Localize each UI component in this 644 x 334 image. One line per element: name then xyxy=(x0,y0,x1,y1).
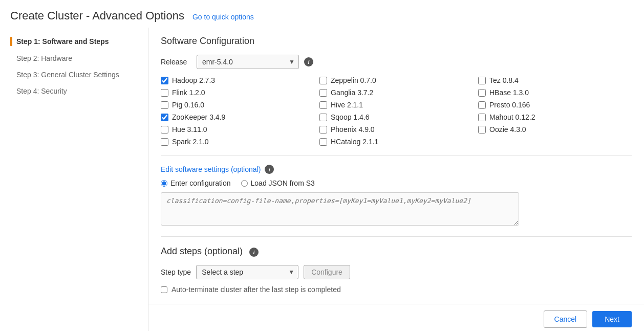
sidebar: Step 1: Software and Steps Step 2: Hardw… xyxy=(0,28,148,331)
sidebar-item-step4[interactable]: Step 4: Security xyxy=(10,83,148,99)
app-hive: Hive 2.1.1 xyxy=(319,101,473,109)
app-sqoop-label[interactable]: Sqoop 1.4.6 xyxy=(331,113,370,121)
app-mahout-checkbox[interactable] xyxy=(478,114,486,121)
quick-options-link[interactable]: Go to quick options xyxy=(192,13,254,21)
step-type-row: Step type Select a step ▼ Configure xyxy=(161,265,632,279)
add-steps-title: Add steps (optional) i xyxy=(161,246,632,257)
app-hbase-checkbox[interactable] xyxy=(478,89,486,97)
app-ganglia-label[interactable]: Ganglia 3.7.2 xyxy=(331,88,373,97)
auto-terminate-row: Auto-terminate cluster after the last st… xyxy=(161,285,632,294)
app-zeppelin: Zeppelin 0.7.0 xyxy=(319,76,473,84)
app-presto: Presto 0.166 xyxy=(478,101,632,109)
app-presto-checkbox[interactable] xyxy=(478,101,486,109)
app-pig-label[interactable]: Pig 0.16.0 xyxy=(172,101,204,109)
app-oozie: Oozie 4.3.0 xyxy=(478,125,632,133)
app-hbase: HBase 1.3.0 xyxy=(478,88,632,97)
config-textarea[interactable] xyxy=(161,192,519,226)
app-zookeeper: ZooKeeper 3.4.9 xyxy=(161,113,314,121)
app-hue-label[interactable]: Hue 3.11.0 xyxy=(172,125,207,133)
app-ganglia: Ganglia 3.7.2 xyxy=(319,88,473,97)
app-hue-checkbox[interactable] xyxy=(161,126,168,133)
app-flink-checkbox[interactable] xyxy=(161,89,168,97)
footer: Cancel Next xyxy=(148,304,644,334)
app-pig-checkbox[interactable] xyxy=(161,101,168,109)
app-hue: Hue 3.11.0 xyxy=(161,125,314,133)
app-empty xyxy=(478,138,632,146)
divider-2 xyxy=(161,236,632,237)
app-hbase-label[interactable]: HBase 1.3.0 xyxy=(489,88,529,97)
configure-button[interactable]: Configure xyxy=(304,265,350,279)
step-type-select-wrapper: Select a step ▼ xyxy=(196,265,298,279)
app-hive-checkbox[interactable] xyxy=(319,101,327,109)
app-ganglia-checkbox[interactable] xyxy=(319,89,327,97)
release-select-wrapper: emr-5.4.0 emr-5.3.0 emr-5.2.0 ▼ xyxy=(197,55,299,69)
app-oozie-checkbox[interactable] xyxy=(478,126,486,133)
release-label: Release xyxy=(161,58,191,66)
next-button[interactable]: Next xyxy=(592,311,632,327)
app-flink: Flink 1.2.0 xyxy=(161,88,314,97)
auto-terminate-checkbox[interactable] xyxy=(161,286,167,293)
radio-enter-config[interactable]: Enter configuration xyxy=(161,179,231,187)
sidebar-item-step3[interactable]: Step 3: General Cluster Settings xyxy=(10,66,148,83)
page-header: Create Cluster - Advanced Options Go to … xyxy=(0,0,644,28)
sidebar-item-step2[interactable]: Step 2: Hardware xyxy=(10,50,148,66)
app-tez: Tez 0.8.4 xyxy=(478,76,632,84)
sidebar-item-step1[interactable]: Step 1: Software and Steps xyxy=(10,33,148,50)
app-hcatalog-checkbox[interactable] xyxy=(319,138,327,146)
step-type-select[interactable]: Select a step xyxy=(196,265,298,279)
app-mahout: Mahout 0.12.2 xyxy=(478,113,632,121)
app-pig: Pig 0.16.0 xyxy=(161,101,314,109)
app-presto-label[interactable]: Presto 0.166 xyxy=(489,101,530,109)
page-title: Create Cluster - Advanced Options xyxy=(10,9,184,23)
add-steps-info-icon[interactable]: i xyxy=(249,248,259,257)
app-oozie-label[interactable]: Oozie 4.3.0 xyxy=(489,125,526,133)
app-phoenix-checkbox[interactable] xyxy=(319,126,327,133)
config-radio-row: Enter configuration Load JSON from S3 xyxy=(161,179,632,187)
app-hadoop: Hadoop 2.7.3 xyxy=(161,76,314,84)
auto-terminate-label[interactable]: Auto-terminate cluster after the last st… xyxy=(171,285,341,294)
release-select[interactable]: emr-5.4.0 emr-5.3.0 emr-5.2.0 xyxy=(197,55,299,69)
edit-settings-info-icon[interactable]: i xyxy=(265,165,274,174)
app-hadoop-label[interactable]: Hadoop 2.7.3 xyxy=(172,76,215,84)
app-hadoop-checkbox[interactable] xyxy=(161,77,168,84)
release-row: Release emr-5.4.0 emr-5.3.0 emr-5.2.0 ▼ … xyxy=(161,55,632,69)
cancel-button[interactable]: Cancel xyxy=(544,310,588,328)
step-type-label: Step type xyxy=(161,268,191,276)
app-sqoop: Sqoop 1.4.6 xyxy=(319,113,473,121)
app-hive-label[interactable]: Hive 2.1.1 xyxy=(331,101,363,109)
main-layout: Step 1: Software and Steps Step 2: Hardw… xyxy=(0,28,644,331)
app-spark: Spark 2.1.0 xyxy=(161,138,314,146)
applications-grid: Hadoop 2.7.3 Zeppelin 0.7.0 Tez 0.8.4 Fl… xyxy=(161,76,632,146)
app-mahout-label[interactable]: Mahout 0.12.2 xyxy=(489,113,535,121)
app-spark-checkbox[interactable] xyxy=(161,138,168,146)
app-zeppelin-label[interactable]: Zeppelin 0.7.0 xyxy=(331,76,376,84)
content-area: Software Configuration Release emr-5.4.0… xyxy=(148,28,644,331)
release-info-icon[interactable]: i xyxy=(304,57,313,66)
app-phoenix-label[interactable]: Phoenix 4.9.0 xyxy=(331,125,375,133)
app-sqoop-checkbox[interactable] xyxy=(319,114,327,121)
app-zookeeper-checkbox[interactable] xyxy=(161,114,168,121)
radio-enter-config-input[interactable] xyxy=(161,180,167,187)
app-tez-checkbox[interactable] xyxy=(478,77,486,84)
radio-load-json-input[interactable] xyxy=(241,180,248,187)
software-config-title: Software Configuration xyxy=(161,36,632,47)
app-flink-label[interactable]: Flink 1.2.0 xyxy=(172,88,205,97)
app-zeppelin-checkbox[interactable] xyxy=(319,77,327,84)
app-hcatalog: HCatalog 2.1.1 xyxy=(319,138,473,146)
app-hcatalog-label[interactable]: HCatalog 2.1.1 xyxy=(331,138,378,146)
app-phoenix: Phoenix 4.9.0 xyxy=(319,125,473,133)
divider-1 xyxy=(161,155,632,155)
app-tez-label[interactable]: Tez 0.8.4 xyxy=(489,76,519,84)
radio-load-json[interactable]: Load JSON from S3 xyxy=(241,179,315,187)
app-spark-label[interactable]: Spark 2.1.0 xyxy=(172,138,209,146)
edit-settings-title: Edit software settings (optional) i xyxy=(161,165,632,174)
app-zookeeper-label[interactable]: ZooKeeper 3.4.9 xyxy=(172,113,225,121)
